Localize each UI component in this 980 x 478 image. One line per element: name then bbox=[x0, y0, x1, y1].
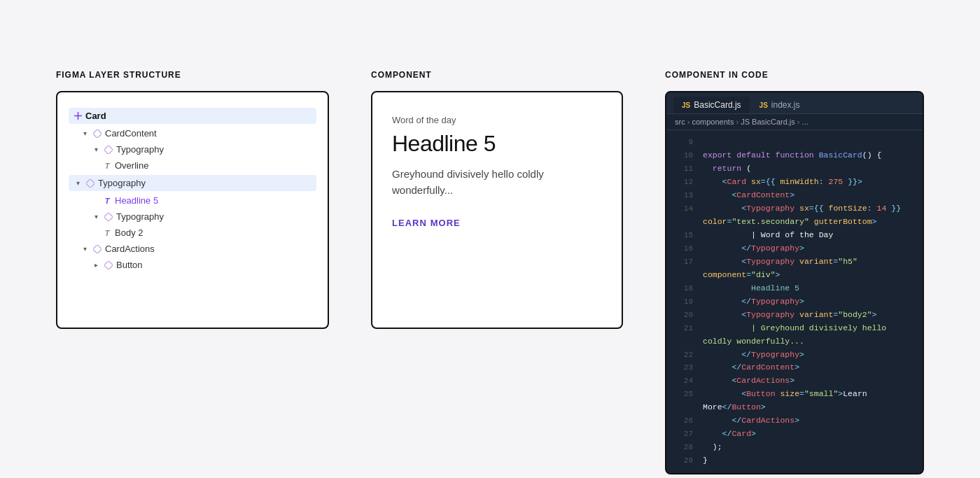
code-breadcrumb: src › components › JS BasicCard.js › ... bbox=[666, 114, 923, 130]
body2-label: Body 2 bbox=[115, 227, 143, 238]
card-headline: Headline 5 bbox=[392, 131, 602, 157]
figma-section-title: FIGMA LAYER STRUCTURE bbox=[56, 70, 329, 80]
code-line-24: 24 <CardActions> bbox=[666, 374, 923, 388]
figma-section: FIGMA LAYER STRUCTURE Card ▾ CardContent… bbox=[56, 70, 329, 475]
card-action-button[interactable]: LEARN MORE bbox=[392, 218, 602, 228]
svg-rect-5 bbox=[104, 213, 113, 221]
code-line-10: 10 export default function BasicCard() { bbox=[666, 149, 923, 162]
text-icon: T bbox=[102, 196, 112, 206]
svg-rect-7 bbox=[104, 261, 113, 269]
code-line-27: 27 </Card> bbox=[666, 428, 923, 441]
diamond-icon bbox=[104, 212, 113, 222]
typography-2-label: Typography bbox=[98, 178, 146, 188]
code-box: JS BasicCard.js JS index.js src › compon… bbox=[665, 91, 924, 475]
js-icon: JS bbox=[760, 101, 768, 109]
code-line-15: 15 | Word of the Day bbox=[666, 229, 923, 242]
diamond-icon bbox=[104, 145, 113, 155]
tab-basiccard-label: BasicCard.js bbox=[694, 100, 741, 110]
component-section: COMPONENT Word of the day Headline 5 Gre… bbox=[371, 70, 623, 475]
tree-item-cardactions[interactable]: ▾ CardActions bbox=[80, 241, 316, 257]
code-line-25: 25 <Button size="small">Learn More</Butt… bbox=[666, 388, 923, 414]
code-line-29: 29 } bbox=[666, 454, 923, 468]
chevron-down-icon: ▾ bbox=[80, 129, 90, 139]
chevron-down-icon: ▾ bbox=[73, 178, 83, 188]
code-line-16: 16 </Typography> bbox=[666, 242, 923, 255]
chevron-down-icon: ▾ bbox=[91, 212, 101, 222]
code-line-22: 22 </Typography> bbox=[666, 349, 923, 362]
code-line-13: 13 <CardContent> bbox=[666, 189, 923, 202]
svg-rect-2 bbox=[93, 129, 102, 138]
cardcontent-label: CardContent bbox=[105, 128, 157, 139]
code-line-26: 26 </CardActions> bbox=[666, 414, 923, 428]
code-section-title: COMPONENT IN CODE bbox=[665, 70, 924, 80]
component-box: Word of the day Headline 5 Greyhound div… bbox=[371, 91, 623, 329]
code-line-12: 12 <Card sx={{ minWidth: 275 }}> bbox=[666, 176, 923, 189]
code-line-23: 23 </CardContent> bbox=[666, 361, 923, 374]
button-label: Button bbox=[116, 260, 143, 270]
chevron-down-icon: ▾ bbox=[80, 244, 90, 254]
tab-basiccard[interactable]: JS BasicCard.js bbox=[673, 97, 750, 113]
tree-item-body2[interactable]: T Body 2 bbox=[102, 225, 316, 241]
tree-item-overline[interactable]: T Overline bbox=[102, 157, 316, 174]
tree-item-headline5[interactable]: T Headline 5 bbox=[102, 192, 316, 209]
tree-item-typography-2[interactable]: ▾ Typography bbox=[69, 175, 316, 191]
diamond-icon bbox=[92, 244, 102, 254]
diamond-icon bbox=[92, 129, 102, 139]
text-icon: T bbox=[102, 228, 112, 238]
code-content: 9 10 export default function BasicCard()… bbox=[666, 130, 923, 473]
tree-item-typography-3[interactable]: ▾ Typography bbox=[91, 209, 316, 225]
tree-item-card[interactable]: Card bbox=[69, 108, 316, 124]
tree-item-button[interactable]: ▸ Button bbox=[91, 257, 316, 273]
cross-icon bbox=[73, 111, 83, 121]
code-line-21: 21 | Greyhound divisively hello coldly w… bbox=[666, 322, 923, 349]
svg-rect-6 bbox=[93, 245, 102, 253]
tree-item-cardcontent[interactable]: ▾ CardContent bbox=[80, 125, 316, 141]
main-container: FIGMA LAYER STRUCTURE Card ▾ CardContent… bbox=[56, 70, 924, 475]
diamond-icon bbox=[104, 260, 113, 270]
card-overline: Word of the day bbox=[392, 115, 602, 125]
card-body: Greyhound divisively hello coldly wonder… bbox=[392, 167, 602, 198]
code-section: COMPONENT IN CODE JS BasicCard.js JS ind… bbox=[665, 70, 924, 475]
code-line-9: 9 bbox=[666, 136, 923, 149]
cardactions-label: CardActions bbox=[105, 244, 155, 254]
figma-layer-box: Card ▾ CardContent ▾ Typography T bbox=[56, 91, 329, 329]
component-section-title: COMPONENT bbox=[371, 70, 623, 80]
code-tabs: JS BasicCard.js JS index.js bbox=[666, 92, 923, 114]
typography-1-label: Typography bbox=[116, 144, 164, 155]
text-icon: T bbox=[102, 161, 112, 171]
card-label: Card bbox=[85, 111, 106, 121]
code-line-20: 20 <Typography variant="body2"> bbox=[666, 309, 923, 322]
typography-3-label: Typography bbox=[116, 211, 164, 222]
svg-rect-3 bbox=[104, 146, 113, 154]
code-line-17: 17 <Typography variant="h5" component="d… bbox=[666, 255, 923, 282]
chevron-right-icon: ▸ bbox=[91, 260, 101, 270]
code-line-14: 14 <Typography sx={{ fontSize: 14 }} col… bbox=[666, 202, 923, 229]
tree-item-typography-1[interactable]: ▾ Typography bbox=[91, 141, 316, 157]
js-icon: JS bbox=[682, 101, 690, 109]
svg-rect-4 bbox=[86, 179, 94, 188]
diamond-icon bbox=[85, 178, 95, 188]
chevron-down-icon: ▾ bbox=[91, 145, 101, 155]
tab-index[interactable]: JS index.js bbox=[751, 97, 808, 113]
code-line-11: 11 return ( bbox=[666, 162, 923, 176]
code-line-18: 18 Headline 5 bbox=[666, 282, 923, 295]
code-line-28: 28 ); bbox=[666, 441, 923, 454]
headline5-label: Headline 5 bbox=[115, 195, 158, 206]
code-line-19: 19 </Typography> bbox=[666, 295, 923, 309]
tab-index-label: index.js bbox=[771, 100, 800, 110]
overline-label: Overline bbox=[115, 160, 148, 171]
